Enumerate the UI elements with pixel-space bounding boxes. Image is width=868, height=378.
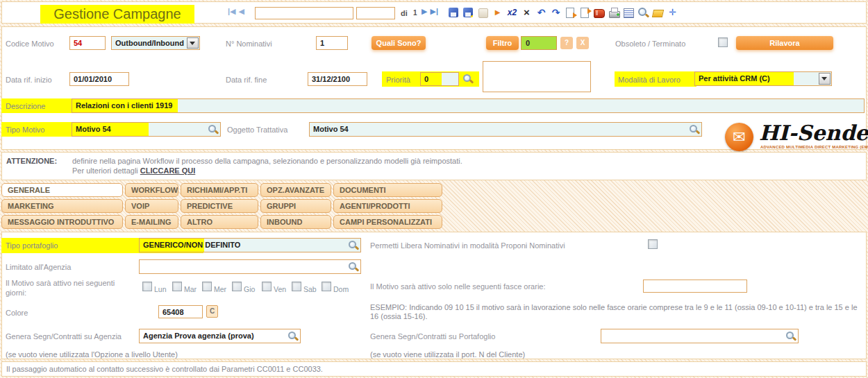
giorni-label-line1: Il Motivo sarà attivo nei seguenti xyxy=(6,279,115,287)
colore-label: Colore xyxy=(6,309,28,317)
search-icon[interactable] xyxy=(637,7,650,19)
tab-workflow[interactable]: WORKFLOW xyxy=(125,183,178,197)
tab-generale[interactable]: GENERALE xyxy=(1,183,123,197)
record-number-input[interactable] xyxy=(356,7,395,19)
print-icon[interactable] xyxy=(608,7,621,19)
genera-agenzia-field[interactable]: Agenzia Prova agenzia (prova) xyxy=(139,329,301,343)
tab-agenti-prodotti[interactable]: AGENTI/PRODOTTI xyxy=(333,199,442,213)
limitato-label: Limitato all'Agenzia xyxy=(6,263,71,271)
tab-inbound[interactable]: INBOUND xyxy=(260,215,331,229)
tipo-motivo-field[interactable]: Motivo 54 xyxy=(72,122,221,137)
multiply-icon[interactable]: x2 xyxy=(506,7,519,19)
save-new-icon[interactable] xyxy=(462,7,475,19)
tab-marketing[interactable]: MARKETING xyxy=(1,199,123,213)
checkbox-sab[interactable] xyxy=(292,282,301,291)
move-icon[interactable]: ✛ xyxy=(666,7,679,19)
archive-icon[interactable] xyxy=(593,7,606,19)
checkbox-mar[interactable] xyxy=(172,282,182,291)
tipo-motivo-value: Motivo 54 xyxy=(76,125,111,133)
nav-next-icon[interactable]: ▶ xyxy=(422,7,427,16)
nav-last-icon[interactable]: ▶| xyxy=(430,7,438,16)
tab-gruppi[interactable]: GRUPPI xyxy=(260,199,331,213)
modalita-dropdown[interactable]: Per attività CRM (C) xyxy=(694,71,832,86)
priorita-field[interactable]: 0 xyxy=(420,72,459,86)
copy-record-icon[interactable] xyxy=(564,7,577,19)
priorita-search-icon[interactable] xyxy=(462,74,474,85)
checkbox-dom[interactable] xyxy=(322,282,331,291)
tipo-campagna-dropdown[interactable]: Outbound/Inbound xyxy=(111,36,200,50)
filtro-button[interactable]: Filtro xyxy=(486,36,519,50)
attenzione-line1: definire nella pagina Workflow il proces… xyxy=(72,157,462,165)
rilavora-button[interactable]: Rilavora xyxy=(736,36,833,50)
chevron-down-icon[interactable] xyxy=(187,37,199,49)
tab-predictive[interactable]: PREDICTIVE xyxy=(181,199,258,213)
cliccare-qui-link[interactable]: CLICCARE QUI xyxy=(140,166,195,175)
checkbox-ven[interactable] xyxy=(262,282,272,291)
note-textarea[interactable] xyxy=(483,61,591,92)
genera-portafoglio-field[interactable] xyxy=(601,329,799,343)
tab-opz-avanzate[interactable]: OPZ.AVANZATE xyxy=(260,183,331,197)
obsoleto-checkbox[interactable] xyxy=(718,37,728,47)
filtro-help-button[interactable]: ? xyxy=(560,37,573,49)
limitato-field[interactable] xyxy=(139,259,361,274)
list-icon[interactable] xyxy=(622,7,635,19)
oggetto-label: Oggetto Trattativa xyxy=(227,126,287,134)
record-search-input[interactable] xyxy=(255,7,353,19)
tipo-motivo-search-icon[interactable] xyxy=(208,124,219,135)
tab-messaggio-introduttivo[interactable]: MESSAGGIO INTRODUTTIVO xyxy=(1,215,123,229)
esempio-text: ESEMPIO: Indicando 09 10 15 il motivo sa… xyxy=(370,303,860,321)
tab-documenti[interactable]: DOCUMENTI xyxy=(333,183,442,197)
colore-field[interactable]: 65408 xyxy=(158,305,203,318)
export-icon[interactable] xyxy=(476,7,490,19)
nav-first-icon[interactable]: |◀ xyxy=(228,7,236,16)
chevron-down-icon[interactable] xyxy=(819,73,831,85)
fasce-label: Il Motivo sarà attivo solo nelle seguent… xyxy=(370,282,546,291)
nominativi-label: N° Nominativi xyxy=(226,40,272,48)
nominativi-field[interactable]: 1 xyxy=(316,36,348,50)
modalita-label: Modalità di Lavoro xyxy=(618,76,681,84)
fasce-field[interactable] xyxy=(643,280,747,293)
checkbox-lun[interactable] xyxy=(142,282,152,291)
tipo-portafoglio-value: GENERICO/NON DEFINITO xyxy=(143,241,240,249)
toolbar-panel: Gestione Campagne |◀ ◀ di 1 ▶ ▶| ▶ x2 × … xyxy=(1,1,867,24)
redo-icon[interactable]: ↷ xyxy=(549,7,562,19)
record-total: 1 xyxy=(413,9,417,17)
attenzione-label: ATTENZIONE: xyxy=(6,157,57,165)
genera-agenzia-search-icon[interactable] xyxy=(287,331,299,342)
tab-altro[interactable]: ALTRO xyxy=(181,215,258,229)
tab-richiami-appti[interactable]: RICHIAMI/APP.TI xyxy=(181,183,258,197)
tab-campi-personalizzati[interactable]: CAMPI PERSONALIZZATI xyxy=(333,215,442,229)
filtro-count-field[interactable]: 0 xyxy=(521,36,557,50)
data-fine-field[interactable]: 31/12/2100 xyxy=(308,72,367,86)
tab-voip[interactable]: VOIP xyxy=(125,199,178,213)
undo-icon[interactable]: ↶ xyxy=(535,7,548,19)
delete-icon[interactable]: × xyxy=(520,7,533,19)
giorni-label-line2: giorni: xyxy=(6,289,26,297)
hi-sender-logo-icon: ✉ xyxy=(725,123,753,151)
quali-sono-button[interactable]: Quali Sono? xyxy=(372,36,426,50)
permetti-label: Permetti Libera Nominativi in modalità P… xyxy=(370,241,565,250)
tipo-portafoglio-label: Tipo portafoglio xyxy=(6,241,58,250)
nota-agenzia: (se vuoto viene utilizzata l'Opzione a l… xyxy=(6,350,178,359)
tipo-portafoglio-search-icon[interactable] xyxy=(348,240,359,251)
save-icon[interactable] xyxy=(447,7,460,19)
day-label-mer: Mer xyxy=(214,285,226,293)
nav-prev-icon[interactable]: ◀ xyxy=(239,7,244,16)
filtro-clear-button[interactable]: X xyxy=(576,37,589,49)
run-icon[interactable]: ▶ xyxy=(491,7,504,19)
tipo-portafoglio-field[interactable]: GENERICO/NON DEFINITO xyxy=(139,238,361,252)
checkbox-mer[interactable] xyxy=(202,282,212,291)
oggetto-search-icon[interactable] xyxy=(689,124,700,135)
permetti-checkbox[interactable] xyxy=(648,239,658,249)
send-icon[interactable] xyxy=(651,7,665,19)
descrizione-field[interactable]: Relazioni con i clienti 1919 xyxy=(72,98,865,113)
checkbox-gio[interactable] xyxy=(232,282,242,291)
genera-portafoglio-search-icon[interactable] xyxy=(785,331,796,342)
tab-e-mailing[interactable]: E-MAILING xyxy=(125,215,178,229)
codice-motivo-field[interactable]: 54 xyxy=(69,36,106,50)
colore-picker-button[interactable]: C xyxy=(206,305,218,318)
oggetto-field[interactable]: Motivo 54 xyxy=(309,122,702,137)
limitato-search-icon[interactable] xyxy=(348,261,359,273)
forward-record-icon[interactable] xyxy=(578,7,592,19)
data-inizio-field[interactable]: 01/01/2010 xyxy=(69,72,129,86)
